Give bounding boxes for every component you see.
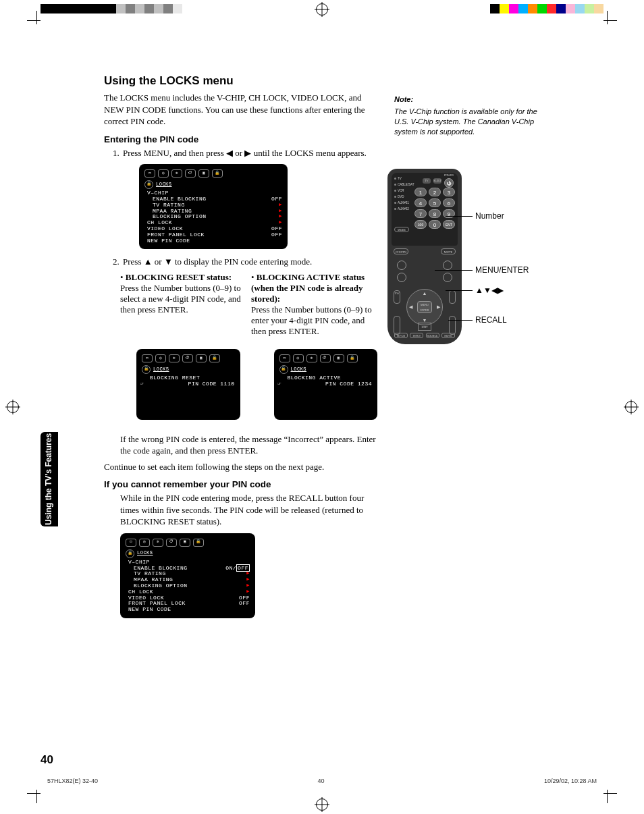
intro-text: The LOCKS menu includes the V-CHIP, CH L…	[104, 92, 377, 128]
crop-mark	[603, 20, 617, 21]
osd-locks-label: LOCKS	[137, 551, 153, 556]
mode-button[interactable]: MODE	[394, 227, 409, 232]
sleep-button[interactable]: SLEEP	[433, 178, 441, 184]
recall-button[interactable]	[397, 273, 406, 282]
osd-locks-label: LOCKS	[156, 182, 172, 188]
lock-icon: 🔒	[142, 365, 151, 374]
power-label: POWER	[444, 173, 454, 177]
heading-forget-pin: If you cannot remember your PIN code	[104, 479, 377, 489]
section-tab: Using the TV's Features	[41, 432, 58, 526]
osd-pin1: PIN CODE 1110	[188, 381, 235, 387]
wrong-pin-text: If the wrong PIN code is entered, the me…	[120, 433, 377, 457]
registration-mark	[316, 3, 328, 16]
lock-icon: 🔒	[212, 169, 223, 178]
crop-mark	[36, 11, 37, 24]
picture-icon: ▭	[126, 539, 136, 547]
setup-icon: ✲	[171, 169, 182, 178]
num-7[interactable]: 7	[414, 209, 427, 218]
tv-button[interactable]: TV	[423, 178, 431, 184]
hand-icon: ☞	[278, 381, 281, 387]
ch-rocker[interactable]	[394, 316, 400, 335]
footer-file: 57HLX82(E) 32-40	[47, 778, 98, 784]
callout-recall: RECALL	[475, 315, 507, 325]
crop-mark	[603, 793, 617, 794]
favorite-button[interactable]	[443, 261, 452, 270]
ent-button[interactable]: ENT	[443, 220, 455, 229]
lock-icon: 🔒	[126, 549, 134, 558]
page: Using the LOCKS menu The LOCKS menu incl…	[41, 27, 603, 787]
mute2-button[interactable]: MUTE	[441, 333, 455, 338]
audio-icon: ◎	[139, 539, 150, 547]
bullet-reset: BLOCKING RESET status: Press the Number …	[120, 272, 242, 337]
crop-mark	[27, 793, 41, 794]
bullet-active-text: Press the Number buttons (0–9) to enter …	[251, 304, 373, 337]
lock-icon: 🔒	[193, 539, 204, 547]
setup-icon: ✲	[153, 539, 163, 547]
number-pad: 1 2 3 4 5 6 7 8 9 100 0 ENT	[414, 188, 455, 229]
crop-mark	[607, 790, 608, 803]
note-sidebar: Note: The V-Chip function is available o…	[394, 94, 549, 136]
lock-icon: 🔒	[144, 180, 153, 189]
crop-mark	[607, 11, 608, 24]
heading-entering-pin: Entering the PIN code	[104, 134, 377, 144]
continue-text: Continue to set each item following the …	[104, 461, 377, 473]
page-number: 40	[41, 753, 53, 767]
d-pad[interactable]: ▲ ▼ ◀ ▶ MENU ENTER	[406, 289, 443, 325]
info-button[interactable]	[397, 261, 406, 270]
osd-pin2: PIN CODE 1234	[325, 381, 372, 387]
fav-rocker-r[interactable]	[449, 290, 456, 304]
osd-newpin: NEW PIN CODE	[128, 607, 171, 613]
exit-button[interactable]: EXIT	[418, 323, 431, 331]
up-arrow-icon[interactable]: ▲	[423, 291, 427, 296]
callout-number: Number	[475, 211, 504, 221]
pip-icon: ▣	[196, 354, 207, 362]
footer-page: 40	[317, 778, 324, 784]
num-0[interactable]: 0	[429, 220, 441, 229]
crop-mark	[27, 20, 41, 21]
left-arrow-icon[interactable]: ◀	[409, 304, 412, 310]
lock-icon: 🔒	[209, 354, 220, 362]
registration-mark	[316, 798, 328, 811]
bullet-reset-text: Press the Number buttons (0–9) to select…	[120, 283, 242, 315]
device-labels: TV CABLE/SAT VCR DVD AUX#01 AUX#02	[394, 175, 414, 212]
num-5[interactable]: 5	[429, 198, 441, 207]
step-1-text: Press MENU, and then press ◀ or ▶ until …	[123, 148, 367, 158]
pipch-button[interactable]: PIP CH	[394, 333, 408, 338]
num-100[interactable]: 100	[414, 220, 427, 229]
audio-icon: ◎	[293, 354, 304, 362]
setup-icon: ✲	[306, 354, 317, 362]
power-button[interactable]: ⏻	[444, 178, 454, 188]
vol-rocker[interactable]	[449, 316, 456, 335]
osd-locks-label: LOCKS	[291, 367, 307, 373]
num-2[interactable]: 2	[429, 188, 441, 196]
source-button[interactable]: SOURCE	[426, 333, 439, 338]
forget-pin-text: While in the PIN code entering mode, pre…	[120, 492, 377, 528]
osd-reset-menu: ▭ ◎ ✲ ⏱ ▣ 🔒 🔒 LOCKS V–CHIP ENABLE BLOCKI…	[120, 533, 255, 618]
timer-icon: ⏱	[185, 169, 196, 178]
osd-blocking-reset: ▭ ◎ ✲ ⏱ ▣ 🔒 🔒 LOCKS BLOCKING RESET ☞PIN …	[136, 349, 240, 420]
mute-button[interactable]: MUTE	[441, 248, 456, 254]
num-8[interactable]: 8	[429, 209, 441, 218]
pip-icon: ▣	[198, 169, 209, 178]
num-6[interactable]: 6	[443, 198, 455, 207]
menu-enter-button[interactable]: MENU ENTER	[417, 301, 432, 313]
num-3[interactable]: 3	[443, 188, 455, 196]
lock-icon: 🔒	[279, 365, 288, 374]
audio-button[interactable]	[443, 273, 452, 282]
bullet-active-heading: BLOCKING ACTIVE status (when the PIN cod…	[251, 272, 365, 304]
osd-locks-label: LOCKS	[153, 367, 169, 373]
input-button[interactable]: INPUT	[410, 333, 423, 338]
num-4[interactable]: 4	[414, 198, 427, 207]
lock-icon: 🔒	[347, 354, 358, 362]
chrtn-button[interactable]: CH RTN	[394, 248, 408, 254]
osd-locks-menu: ▭ ◎ ✲ ⏱ ▣ 🔒 🔒 LOCKS V–CHIP ENABLE BLOCKI…	[139, 164, 288, 249]
num-1[interactable]: 1	[414, 188, 427, 196]
right-arrow-icon[interactable]: ▶	[437, 304, 440, 310]
fav-rocker[interactable]: FAV	[394, 290, 400, 304]
step-2-text: Press ▲ or ▼ to display the PIN code ent…	[123, 256, 312, 267]
num-9[interactable]: 9	[443, 209, 455, 218]
picture-icon: ▭	[142, 354, 153, 362]
registration-mark	[625, 401, 637, 413]
crop-mark	[36, 790, 37, 803]
note-heading: Note:	[394, 94, 549, 105]
